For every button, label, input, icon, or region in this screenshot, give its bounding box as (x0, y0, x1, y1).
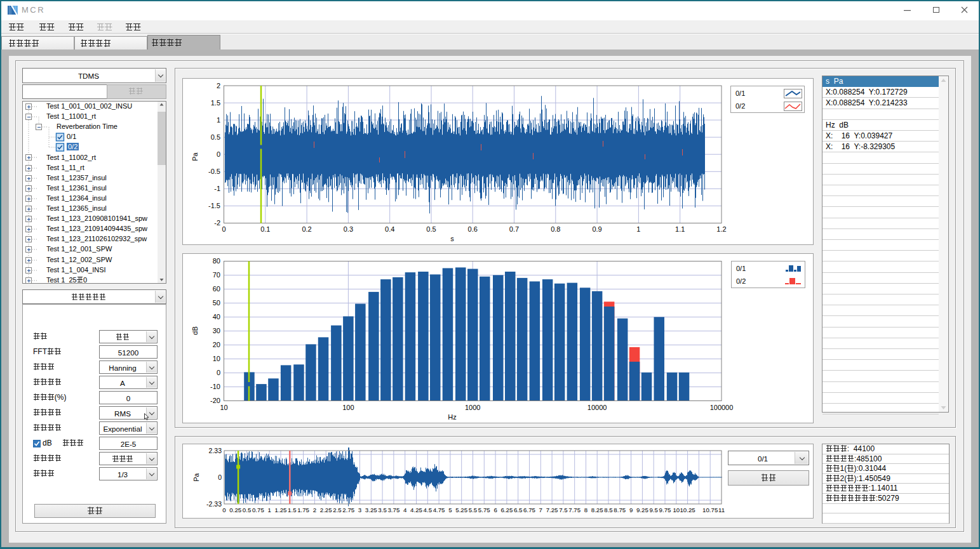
svg-text:3.25: 3.25 (365, 506, 377, 513)
svg-text:2.75: 2.75 (342, 506, 354, 513)
svg-text:7.75: 7.75 (568, 506, 581, 513)
svg-text:80: 80 (213, 257, 220, 265)
svg-text:dB: dB (191, 326, 199, 334)
svg-text:3: 3 (358, 506, 361, 513)
svg-text:6.5: 6.5 (514, 506, 522, 513)
svg-text:4: 4 (403, 506, 407, 513)
svg-text:0: 0 (217, 369, 220, 376)
svg-text:8.5: 8.5 (604, 506, 612, 513)
svg-text:2.5: 2.5 (333, 506, 341, 513)
svg-text:0.2: 0.2 (302, 225, 311, 233)
svg-text:9: 9 (629, 506, 633, 513)
svg-text:30: 30 (213, 327, 220, 334)
svg-text:5.25: 5.25 (455, 506, 467, 513)
svg-text:8.25: 8.25 (591, 506, 603, 513)
svg-text:-2.33: -2.33 (206, 500, 222, 508)
svg-text:100000: 100000 (710, 404, 734, 411)
svg-text:-20: -20 (210, 397, 220, 404)
svg-text:9.5: 9.5 (649, 506, 657, 513)
svg-text:4.75: 4.75 (433, 506, 445, 513)
svg-text:0.5: 0.5 (243, 506, 251, 513)
svg-text:11: 11 (718, 506, 725, 513)
svg-text:4.25: 4.25 (410, 506, 422, 513)
svg-text:2.25: 2.25 (320, 506, 332, 513)
svg-text:5.75: 5.75 (478, 506, 490, 513)
svg-text:0.25: 0.25 (229, 506, 241, 513)
svg-text:6: 6 (493, 506, 497, 513)
svg-text:1: 1 (636, 225, 640, 233)
svg-text:0.4: 0.4 (385, 225, 394, 233)
svg-text:0.3: 0.3 (344, 225, 353, 233)
svg-text:Pa: Pa (192, 473, 200, 481)
svg-text:5: 5 (448, 506, 452, 513)
svg-text:0.9: 0.9 (592, 225, 601, 233)
svg-text:70: 70 (213, 271, 220, 279)
svg-text:10: 10 (220, 404, 227, 411)
svg-text:8.75: 8.75 (614, 506, 626, 513)
svg-text:40: 40 (213, 313, 220, 321)
svg-text:0: 0 (218, 473, 222, 481)
svg-text:1.25: 1.25 (275, 506, 287, 513)
svg-text:0: 0 (222, 225, 225, 233)
svg-text:5.5: 5.5 (469, 506, 477, 513)
svg-text:10.75: 10.75 (702, 506, 718, 513)
svg-text:9.75: 9.75 (659, 506, 671, 513)
svg-text:2: 2 (313, 506, 316, 513)
svg-text:0.1: 0.1 (260, 225, 270, 233)
svg-text:1.5: 1.5 (211, 99, 220, 107)
svg-text:2: 2 (217, 82, 220, 89)
svg-text:9.25: 9.25 (636, 506, 648, 513)
svg-text:1.75: 1.75 (297, 506, 309, 513)
svg-text:0.8: 0.8 (551, 225, 560, 233)
svg-text:6.25: 6.25 (500, 506, 513, 513)
svg-text:7.5: 7.5 (559, 506, 567, 513)
svg-text:6.75: 6.75 (523, 506, 535, 513)
svg-text:0: 0 (217, 150, 220, 158)
svg-text:3.5: 3.5 (378, 506, 386, 513)
svg-text:s: s (450, 235, 454, 242)
svg-text:1: 1 (217, 116, 220, 124)
svg-text:-1.5: -1.5 (208, 202, 220, 209)
svg-text:100: 100 (342, 404, 354, 411)
svg-text:8: 8 (584, 506, 587, 513)
svg-text:7.25: 7.25 (546, 506, 558, 513)
svg-text:-0.5: -0.5 (208, 168, 220, 175)
svg-text:2.33: 2.33 (209, 447, 222, 454)
svg-text:Pa: Pa (191, 152, 199, 161)
svg-text:-10: -10 (210, 383, 220, 390)
svg-text:1: 1 (268, 506, 271, 513)
svg-text:0.5: 0.5 (426, 225, 436, 233)
svg-text:Hz: Hz (448, 413, 456, 421)
svg-text:10: 10 (673, 506, 680, 513)
svg-text:1000: 1000 (465, 404, 480, 411)
svg-text:20: 20 (213, 341, 220, 348)
svg-text:0.6: 0.6 (468, 225, 478, 233)
svg-text:4.5: 4.5 (424, 506, 432, 513)
svg-text:-1: -1 (214, 185, 220, 192)
svg-text:10: 10 (213, 355, 220, 362)
svg-text:7: 7 (539, 506, 542, 513)
svg-text:60: 60 (213, 285, 220, 293)
svg-text:0: 0 (222, 506, 226, 513)
svg-text:-2: -2 (214, 219, 220, 227)
svg-text:1.5: 1.5 (288, 506, 296, 513)
svg-text:0.75: 0.75 (252, 506, 264, 513)
svg-text:0.5: 0.5 (211, 133, 220, 141)
svg-text:50: 50 (213, 299, 220, 307)
svg-text:1.2: 1.2 (716, 225, 726, 233)
svg-text:3.75: 3.75 (387, 506, 399, 513)
svg-text:10.25: 10.25 (680, 506, 695, 513)
svg-text:1.1: 1.1 (675, 225, 685, 233)
svg-text:0.7: 0.7 (509, 225, 519, 233)
svg-text:10000: 10000 (587, 404, 607, 411)
